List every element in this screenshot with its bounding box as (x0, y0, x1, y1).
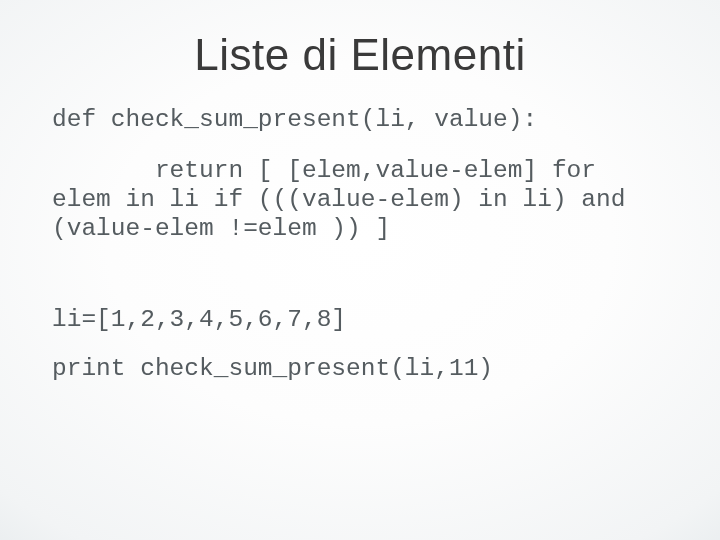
code-line-def: def check_sum_present(li, value): (52, 106, 668, 135)
code-line-return: return [ [elem,value-elem] for elem in l… (52, 157, 668, 244)
code-line-print: print check_sum_present(li,11) (52, 355, 668, 384)
code-line-list: li=[1,2,3,4,5,6,7,8] (52, 306, 668, 335)
slide: Liste di Elementi def check_sum_present(… (0, 0, 720, 540)
blank-gap (52, 272, 668, 306)
slide-title: Liste di Elementi (52, 30, 668, 80)
